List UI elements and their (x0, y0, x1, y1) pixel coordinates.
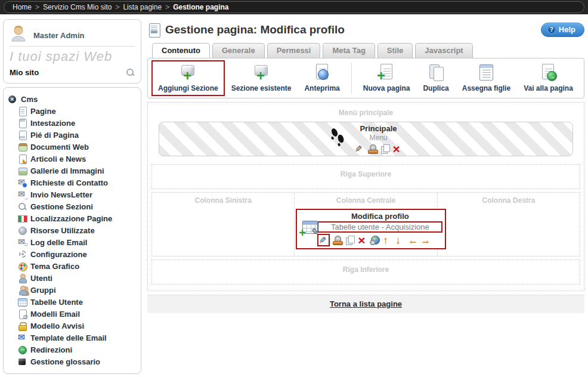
down-arrow-icon[interactable] (395, 235, 405, 245)
delete-icon[interactable] (357, 235, 367, 245)
footer-icon (18, 131, 27, 140)
sidebar-item-documenti-web[interactable]: Documenti Web (8, 141, 136, 153)
resources-icon (18, 226, 27, 235)
header-icon (18, 119, 27, 128)
delete-icon[interactable] (392, 144, 403, 154)
sidebar-item-template-delle-email[interactable]: Template delle Email (8, 332, 136, 344)
breadcrumb-bar: Home>Servizio Cms Mio sito>Lista pagine>… (0, 0, 588, 14)
sidebar-item-label: Articoli e News (30, 154, 86, 163)
profile-widget-content: Tabelle utente - Acquisizione (317, 221, 442, 233)
toolbar-button-label: Aggiungi Sezione (158, 84, 218, 92)
sidebar-item-intestazione[interactable]: Intestazione (8, 117, 136, 129)
tab-contenuto[interactable]: Contenuto (152, 43, 210, 58)
edit-icon[interactable] (317, 234, 330, 246)
sidebar-item-gestione-sezioni[interactable]: Gestione Sezioni (8, 200, 136, 212)
sidebar-item-gallerie-di-immagini[interactable]: Gallerie di Immagini (8, 165, 136, 177)
top-row-label: Riga Superiore (152, 170, 580, 178)
stamp-icon[interactable] (367, 144, 377, 154)
users-icon (18, 274, 27, 283)
top-row-area[interactable]: Riga Superiore (151, 164, 580, 189)
edit-icon[interactable] (355, 144, 365, 154)
aggiungi-sezione-button[interactable]: Aggiungi Sezione (151, 60, 225, 96)
user-tables-icon (18, 298, 27, 307)
breadcrumb-separator: > (35, 3, 39, 11)
sidebar-item-invio-newsletter[interactable]: Invio NewsLetter (8, 188, 136, 200)
right-column-label: Colonna Destra (439, 196, 578, 205)
sidebar-item-pi-di-pagina[interactable]: Pié di Pagina (8, 129, 136, 141)
sidebar-item-redirezioni[interactable]: Redirezioni (8, 344, 136, 356)
stamp-icon[interactable] (332, 235, 342, 245)
link-icon[interactable] (370, 235, 380, 245)
back-to-pages-link[interactable]: Torna a lista pagine (330, 299, 402, 308)
sidebar-item-label: Richieste di Contatto (30, 178, 108, 187)
right-arrow-icon[interactable] (420, 235, 430, 245)
assegna-figlie-button[interactable]: Assegna figlie (456, 60, 517, 96)
sidebar-item-articoli-e-news[interactable]: Articoli e News (8, 153, 136, 165)
sidebar-item-log-delle-email[interactable]: Log delle Email (8, 236, 136, 248)
add-section-icon (177, 63, 199, 83)
notice-model-icon (18, 322, 27, 330)
web-documents-icon (18, 143, 27, 152)
sidebar-item-tema-grafico[interactable]: Tema Grafico (8, 260, 136, 272)
sidebar-item-label: Gestione Sezioni (30, 202, 93, 211)
breadcrumb-item-servizio-cms-mio-sito[interactable]: Servizio Cms Mio sito (43, 3, 112, 11)
sidebar-item-gruppi[interactable]: Gruppi (8, 284, 136, 296)
breadcrumb-current: Gestione pagina (173, 3, 228, 11)
bottom-row-area[interactable]: Riga Inferiore (151, 259, 580, 285)
tab-permessi[interactable]: Permessi (267, 43, 321, 58)
duplica-button[interactable]: Duplica (416, 60, 455, 96)
right-column[interactable]: Colonna Destra (437, 193, 580, 256)
sezione-esistente-button[interactable]: Sezione esistente (225, 60, 298, 96)
email-models-icon (18, 310, 27, 319)
toolbar-button-label: Vai alla pagina (524, 84, 573, 92)
breadcrumb-separator: > (115, 3, 119, 11)
copy-icon[interactable] (345, 235, 355, 245)
tab-generale[interactable]: Generale (212, 43, 265, 58)
sidebar-item-gestione-glossario[interactable]: Gestione glossario (8, 356, 136, 367)
sidebar-item-tabelle-utente[interactable]: Tabelle Utente (8, 296, 136, 308)
redirects-icon (18, 345, 27, 354)
sidebar-item-label: Risorse Utilizzate (30, 226, 95, 235)
tab-stile[interactable]: Stile (377, 43, 413, 58)
tab-bar: ContenutoGeneralePermessiMeta TagStileJa… (147, 43, 584, 58)
breadcrumb: Home>Servizio Cms Mio sito>Lista pagine>… (4, 1, 584, 13)
page-layout-canvas: Menù principale Principale (147, 102, 584, 291)
tab-javascript[interactable]: Javascript (415, 43, 472, 58)
tab-meta-tag[interactable]: Meta Tag (323, 43, 375, 58)
copy-icon[interactable] (380, 144, 390, 154)
menu-widget[interactable]: Principale Menu (159, 122, 573, 156)
up-arrow-icon[interactable] (382, 235, 392, 245)
nuova-pagina-button[interactable]: Nuova pagina (357, 60, 417, 96)
sidebar-item-utenti[interactable]: Utenti (8, 272, 136, 284)
center-column[interactable]: Colonna Centrale + Modifica profilo Tabe… (294, 193, 437, 256)
sidebar-root-cms[interactable]: Cms (8, 93, 136, 105)
profile-widget-actions (317, 234, 442, 245)
sidebar-item-modello-avvisi[interactable]: Modello Avvisi (8, 320, 136, 332)
site-name: Mio sito (10, 68, 39, 77)
breadcrumb-item-home[interactable]: Home (13, 3, 32, 11)
sidebar-item-richieste-di-contatto[interactable]: Richieste di Contatto (8, 177, 136, 188)
breadcrumb-item-lista-pagine[interactable]: Lista pagine (123, 3, 162, 11)
avatar (10, 24, 27, 42)
search-icon[interactable] (126, 68, 135, 77)
sidebar-item-label: Tabelle Utente (30, 298, 83, 307)
sidebar-item-risorse-utilizzate[interactable]: Risorse Utilizzate (8, 224, 136, 236)
sidebar-item-localizzazione-pagine[interactable]: Localizzazione Pagine (8, 212, 136, 224)
question-icon: ? (547, 26, 556, 34)
sidebar-item-modelli-email[interactable]: Modelli Email (8, 308, 136, 320)
toolbar-button-label: Duplica (423, 84, 448, 92)
main-panel: Gestione pagina: Modifica profilo ? Help… (147, 19, 584, 374)
vai-alla-pagina-button[interactable]: Vai alla pagina (517, 60, 580, 96)
help-button[interactable]: ? Help (541, 23, 584, 37)
sidebar-item-label: Pié di Pagina (30, 131, 79, 140)
menu-widget-title: Principale (355, 124, 403, 133)
sidebar-item-pagine[interactable]: Pagine (8, 105, 136, 117)
profile-widget[interactable]: + Modifica profilo Tabelle utente - Acqu… (296, 209, 446, 249)
left-arrow-icon[interactable] (407, 235, 417, 245)
groups-icon (18, 286, 27, 295)
anteprima-button[interactable]: Anteprima (298, 60, 346, 96)
menu-widget-actions (355, 143, 403, 154)
sidebar-item-configurazione[interactable]: Configurazione (8, 248, 136, 260)
left-column-label: Colonna Sinistra (153, 196, 293, 205)
left-column[interactable]: Colonna Sinistra (152, 193, 294, 256)
